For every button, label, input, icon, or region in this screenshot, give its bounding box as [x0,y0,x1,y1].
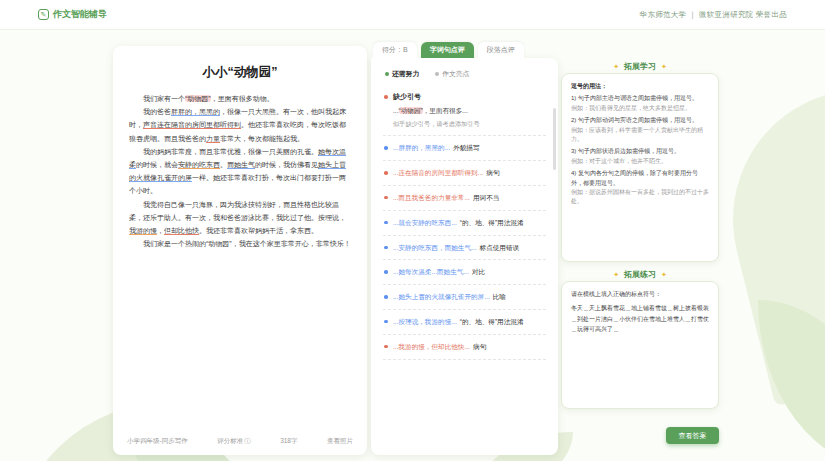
essay-paragraph: 我的爸爸胖胖的，黑黑的，很像一只大黑熊。有一次，他叫我起床时，声音连在隔音的房间… [129,105,351,145]
rule-list: 1) 句子内部主语与谓语之间如需停顿，用逗号。例如：我们看得见的星星，绝大多数是… [571,94,709,206]
comment-snippet: ...我游的慢，但却比他快... [393,343,470,350]
plain-text: ，里面有很多动物。 [211,95,274,102]
rule-item: 1) 句子内部主语与谓语之间如需停顿，用逗号。例如：我们看得见的星星，绝大多数是… [571,94,709,113]
learning-title: 拓展学习 [624,61,656,72]
comment-item[interactable]: ...她每次温柔...而她生气...对比 [383,260,546,285]
rule-text: 1) 句子内部主语与谓语之间如需停顿，用逗号。 [571,94,709,103]
bullet-icon [384,246,388,250]
annotated-text[interactable]: 声音连在隔音的房间里都听得到 [143,121,241,129]
comment-item[interactable]: ...她头上冒的火就像孔雀开的屏...比喻 [383,285,546,310]
bullet-icon [384,270,388,274]
rubric-link[interactable]: 评分标准ⓘ [217,437,251,446]
comment-label: “的、地、得”用法混淆 [460,219,524,226]
plain-text: 我们家是一个热闹的“动物园”，我在这个家里非常开心，非常快乐！ [143,240,351,247]
essay-footer: 小学四年级-同步写作 评分标准ⓘ 318字 查看照片 [127,437,353,446]
essay-paragraphs: 我们家有一个“动物园”，里面有很多动物。我的爸爸胖胖的，黑黑的，很像一只大黑熊。… [129,92,351,250]
annotated-text[interactable]: 胖胖的，黑黑的 [171,108,220,116]
star-icon: ✦ [661,63,667,71]
comment-item[interactable]: 缺少引号...“动物园”，里面有很多...似乎缺少引号，请考虑添加引号 [383,85,546,136]
essay-paragraph: 我们家是一个热闹的“动物园”，我在这个家里非常开心，非常快乐！ [129,237,351,250]
star-icon: ✦ [613,63,619,71]
word-count: 318字 [280,437,297,446]
practice-exercise: 冬天＿天上飘着雪花＿地上铺着雪毯＿树上披着银装＿到处一片洁白＿小伙伴们在雪地上堆… [571,303,709,335]
comment-label: 缺少引号 [393,93,421,100]
annotated-text[interactable]: 力量 [206,135,220,143]
comment-item[interactable]: ...我游的慢，但却比他快...病句 [383,335,546,360]
learning-header: ✦ 拓展学习 ✦ [561,61,719,72]
rule-item: 2) 句子内部动词与宾语之间如需停顿，用逗号。例如：应该看到，科学需要一个人贡献… [571,116,709,144]
comment-detail: ...“动物园”，里面有很多...似乎缺少引号，请考虑添加引号 [393,106,544,129]
rule-text: 2) 句子内部动词与宾语之间如需停顿，用逗号。 [571,116,709,125]
comment-label: 病句 [473,343,486,350]
comment-label: 对比 [472,268,485,275]
plain-text: ... [393,107,399,114]
pencil-icon: ✎ [38,9,49,20]
rule-example: 例如：据说苏州园林有一百多处，我到过的不过十多处。 [571,188,709,207]
scrollbar-thumb[interactable] [553,108,556,170]
comment-item[interactable]: ...就会安静的吃东西...“的、地、得”用法混淆 [383,211,546,236]
plain-text: 我觉得自己像一只海豚，因为我泳技特别好，而且性格也比较温柔，还乐于助人。有一次，… [129,201,346,221]
review-card: 还需努力作文亮点 缺少引号...“动物园”，里面有很多...似乎缺少引号，请考虑… [371,58,558,455]
plain-text: 。我还非常喜欢帮妈妈干活，拿东西。 [199,227,318,234]
annotated-text[interactable]: 安静的吃东西 [178,161,220,169]
rule-intro: 逗号的用法： [571,82,709,91]
view-answer-button[interactable]: 查看答案 [666,427,719,444]
leaf-decoration [758,300,825,461]
annotated-text[interactable]: “动物园” [399,107,423,114]
comment-item[interactable]: ...安静的吃东西，而她生气...标点使用错误 [383,236,546,261]
review-tab[interactable]: 字词句点评 [421,42,474,58]
bullet-icon [384,95,388,99]
rule-example: 例如：对于这个城市，他并不陌生。 [571,157,709,166]
review-tabs: 得分：B字词句点评段落点评 [373,42,524,58]
comment-item[interactable]: ...按理说，我游的慢...“的、地、得”用法混淆 [383,310,546,335]
review-filter[interactable]: 作文亮点 [435,69,469,79]
credits: 华东师范大学 ｜ 微软亚洲研究院 荣誉出品 [640,10,787,20]
plain-text: ， [157,227,164,234]
comment-label: 用词不当 [473,194,499,201]
bullet-icon [384,146,388,150]
comment-item[interactable]: ...连在隔音的房间里都听得到...病句 [383,161,546,186]
bullet-icon [384,295,388,299]
rule-example: 例如：应该看到，科学需要一个人贡献出毕生的精力。 [571,126,709,145]
star-icon: ✦ [613,271,619,279]
comment-snippet: ...按理说，我游的慢... [393,318,457,325]
view-photo-link[interactable]: 查看照片 [327,437,353,446]
practice-card: 请在横线上填入正确的标点符号： 冬天＿天上飘着雪花＿地上铺着雪毯＿树上披着银装＿… [561,281,719,409]
comment-list: 缺少引号...“动物园”，里面有很多...似乎缺少引号，请考虑添加引号...胖胖… [383,85,546,360]
review-filter[interactable]: 还需努力 [385,69,419,79]
plain-text: ，里面有很多... [423,107,468,114]
comment-snippet: ...她头上冒的火就像孔雀开的屏... [393,293,490,300]
annotated-text[interactable]: 我游的慢 [129,227,157,235]
comment-label: 比喻 [493,293,506,300]
comment-snippet: ...连在隔音的房间里都听得到... [393,169,483,176]
plain-text: 非常大，每次都能拖起我。 [220,135,304,142]
rule-item: 3) 句子内部状语后边如需停顿，用逗号。例如：对于这个城市，他并不陌生。 [571,147,709,166]
filter-label: 还需努力 [392,69,419,79]
annotated-text[interactable]: “动物园” [185,95,211,102]
plain-text: 的时候，就会 [136,161,178,168]
rule-text: 3) 句子内部状语后边如需停顿，用逗号。 [571,147,709,156]
bullet-icon [384,221,388,225]
annotated-text[interactable]: 而她生气 [227,161,255,169]
comment-item[interactable]: ...而且我爸爸的力量非常...用词不当 [383,186,546,211]
bullet-icon [384,196,388,200]
annotated-text[interactable]: 但却比他快 [164,227,199,235]
dot-icon [435,72,439,76]
dot-icon [385,72,389,76]
practice-title: 拓展练习 [624,269,656,280]
comment-item[interactable]: ...胖胖的，黑黑的...外貌描写 [383,136,546,161]
comment-snippet: ...她每次温柔...而她生气... [393,268,469,275]
detail-quote: ...“动物园”，里面有很多... [393,106,544,116]
scrollbar[interactable] [553,98,556,428]
essay-paragraph: 我们家有一个“动物园”，里面有很多动物。 [129,92,351,105]
review-tab[interactable]: 段落点评 [478,42,524,58]
rule-item: 4) 复句内各分句之间的停顿，除了有时要用分号外，都要用逗号。例如：据说苏州园林… [571,169,709,207]
plain-text: 。 [220,161,227,168]
practice-header: ✦ 拓展练习 ✦ [561,269,719,280]
brand: ✎ 作文智能辅导 [38,8,107,21]
review-tab[interactable]: 得分：B [373,42,417,58]
comment-label: 病句 [486,169,499,176]
bullet-icon [384,171,388,175]
brand-title: 作文智能辅导 [53,8,107,21]
detail-note: 似乎缺少引号，请考虑添加引号 [393,119,544,129]
